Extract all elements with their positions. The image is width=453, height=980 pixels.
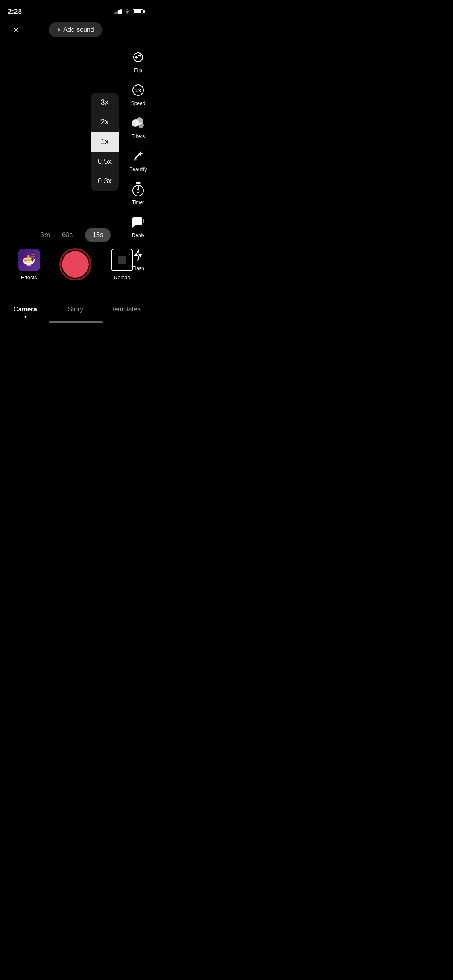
effects-button[interactable]: 🍜 Effects — [18, 249, 40, 280]
speed-0-3x[interactable]: 0.3x — [91, 171, 119, 191]
status-bar: 2:28 — [0, 0, 151, 18]
upload-label: Upload — [114, 274, 130, 280]
timer-label: Timer — [132, 200, 144, 205]
speed-button[interactable]: 1x Speed — [129, 81, 147, 106]
speed-0-5x[interactable]: 0.5x — [91, 152, 119, 171]
bottom-nav: Camera Story Templates — [0, 306, 151, 315]
status-icons — [114, 9, 143, 15]
record-button[interactable] — [59, 248, 91, 280]
signal-icon — [114, 9, 122, 14]
speed-popup: 3x 2x 1x 0.5x 0.3x — [91, 93, 119, 191]
beautify-label: Beautify — [129, 167, 147, 172]
nav-templates[interactable]: Templates — [101, 306, 151, 315]
svg-rect-6 — [136, 182, 141, 184]
flip-icon — [129, 48, 147, 66]
svg-rect-5 — [135, 153, 141, 159]
status-time: 2:28 — [8, 8, 22, 16]
record-inner — [62, 251, 89, 278]
battery-icon — [133, 9, 143, 14]
filters-button[interactable]: Filters — [129, 114, 147, 139]
beautify-icon — [129, 147, 147, 165]
timer-button[interactable]: 3 Timer — [129, 180, 147, 205]
speed-label: Speed — [131, 101, 145, 106]
effects-thumbnail: 🍜 — [18, 249, 40, 271]
upload-square — [118, 256, 126, 264]
speed-3x[interactable]: 3x — [91, 93, 119, 112]
timer-icon: 3 — [129, 180, 147, 198]
close-button[interactable]: × — [8, 22, 24, 38]
nav-story[interactable]: Story — [50, 306, 101, 315]
flip-label: Flip — [134, 68, 142, 73]
add-sound-button[interactable]: ♪ Add sound — [49, 22, 102, 37]
speed-1x[interactable]: 1x — [91, 132, 119, 152]
upload-button[interactable]: Upload — [111, 249, 133, 280]
home-indicator — [49, 321, 103, 323]
top-controls: × ♪ Add sound — [0, 18, 151, 42]
bottom-controls: 🍜 Effects Upload — [0, 248, 151, 280]
duration-3m[interactable]: 3m — [40, 231, 50, 239]
upload-icon — [111, 249, 133, 271]
speed-2x[interactable]: 2x — [91, 112, 119, 132]
flip-button[interactable]: Flip — [129, 48, 147, 73]
nav-active-dot — [24, 316, 26, 318]
nav-camera[interactable]: Camera — [0, 306, 50, 315]
speed-icon: 1x — [129, 81, 147, 99]
svg-text:1x: 1x — [135, 87, 141, 93]
duration-60s[interactable]: 60s — [62, 231, 73, 239]
duration-tabs: 3m 60s 15s — [0, 228, 151, 242]
filters-icon — [129, 114, 147, 132]
duration-15s[interactable]: 15s — [85, 228, 110, 242]
effects-label: Effects — [21, 274, 37, 280]
svg-point-4 — [138, 122, 144, 128]
wifi-icon — [124, 9, 130, 15]
filters-label: Filters — [132, 134, 145, 139]
beautify-button[interactable]: Beautify — [129, 147, 147, 172]
music-note-icon: ♪ — [57, 26, 60, 33]
